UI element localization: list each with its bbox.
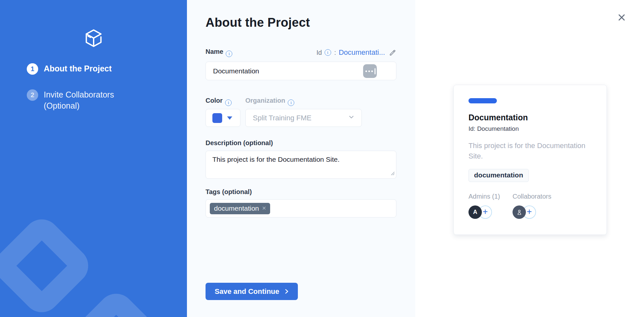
preview-tag-badge: documentation (468, 169, 529, 182)
remove-tag-icon[interactable] (262, 205, 266, 211)
step-invite-collaborators[interactable]: 2 Invite Collaborators (Optional) (27, 89, 114, 111)
organization-select[interactable]: Split Training FME (245, 109, 362, 127)
step-number-badge: 1 (27, 63, 38, 75)
organization-selected-value: Split Training FME (253, 114, 348, 122)
name-label: Name (206, 48, 232, 57)
preview-panel: Documentation Id: Documentation This pro… (415, 0, 644, 317)
color-picker[interactable] (206, 109, 240, 127)
wizard-sidebar: 1 About the Project 2 Invite Collaborato… (0, 0, 187, 317)
color-swatch (212, 113, 222, 123)
id-separator: : (334, 49, 336, 56)
tags-input[interactable]: documentation (206, 199, 396, 218)
step-label: Invite Collaborators (Optional) (44, 89, 114, 111)
color-info-icon[interactable] (225, 99, 232, 106)
id-info-icon[interactable] (325, 49, 331, 56)
name-info-icon[interactable] (226, 51, 232, 57)
collaborators-label: Collaborators (513, 193, 557, 200)
project-color-bar (468, 98, 497, 103)
step-about-the-project[interactable]: 1 About the Project (27, 63, 114, 75)
organization-info-icon[interactable] (288, 99, 294, 106)
preview-project-id: Id: Documentation (468, 125, 592, 132)
rename-cursor-icon[interactable] (363, 64, 377, 78)
description-textarea[interactable]: This project is for the Documentation Si… (206, 151, 396, 179)
project-preview-card: Documentation Id: Documentation This pro… (453, 85, 607, 235)
description-label: Description (optional) (206, 139, 273, 147)
edit-id-pencil-icon[interactable] (389, 49, 396, 56)
chevron-down-icon (348, 113, 355, 123)
id-value-link[interactable]: Documentati... (339, 48, 385, 57)
admins-label: Admins (1) (468, 193, 513, 200)
caret-down-icon (227, 116, 232, 120)
project-form-panel: About the Project Name Id : Documentati.… (187, 0, 415, 317)
collaborator-avatar (513, 205, 526, 219)
preview-project-title: Documentation (468, 113, 592, 122)
logo-watermark (0, 212, 96, 317)
chevron-right-icon (284, 289, 289, 294)
step-number-badge: 2 (27, 89, 38, 101)
organization-label: Organization (245, 97, 294, 106)
person-icon (516, 209, 523, 216)
step-label: About the Project (44, 63, 112, 74)
page-title: About the Project (206, 16, 310, 30)
box-logo-icon (83, 27, 104, 50)
close-icon[interactable] (617, 13, 626, 22)
color-label: Color (206, 97, 245, 106)
preview-project-description: This project is for the Documentation Si… (468, 141, 596, 161)
logo-watermark (62, 286, 170, 317)
save-and-continue-button[interactable]: Save and Continue (206, 283, 298, 300)
tags-label: Tags (optional) (206, 188, 252, 196)
tag-chip: documentation (210, 203, 270, 214)
admin-avatar: A (468, 205, 482, 219)
wizard-steps: 1 About the Project 2 Invite Collaborato… (27, 63, 114, 111)
id-label: Id (316, 49, 322, 56)
